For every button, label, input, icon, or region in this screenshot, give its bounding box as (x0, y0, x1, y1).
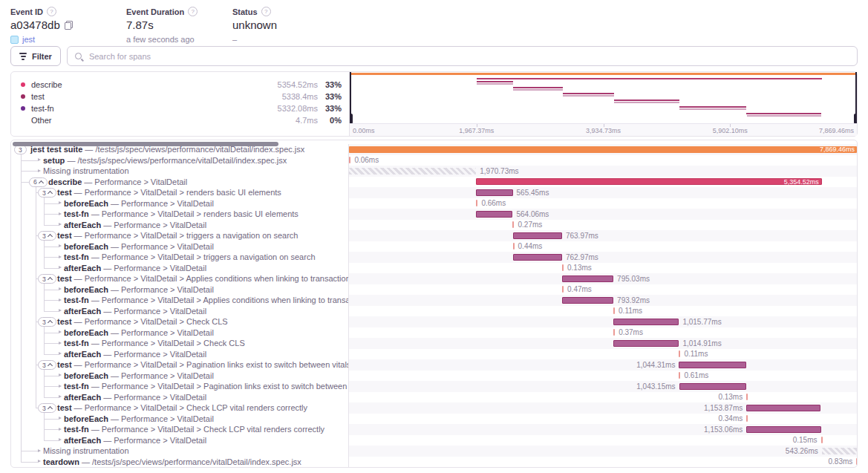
waterfall-row[interactable]: 0.47ms (349, 284, 857, 296)
tree-row[interactable]: afterEach — Performance > VitalDetail (11, 306, 349, 317)
expand-collapse-pill[interactable]: 3 (38, 231, 56, 241)
duration-tick[interactable] (679, 350, 680, 357)
jest-tag[interactable]: jest (22, 35, 35, 44)
waterfall-row[interactable]: 1,044.31ms (349, 359, 857, 371)
waterfall-row[interactable]: 1,153.87ms (349, 402, 857, 414)
minimap-left-handle-grip[interactable] (350, 114, 353, 124)
duration-tick[interactable] (679, 372, 680, 379)
waterfall-row[interactable]: 793.92ms (349, 295, 857, 306)
tree-row[interactable]: test-fn — Performance > VitalDetail > tr… (11, 252, 349, 263)
waterfall-row[interactable]: 565.45ms (349, 187, 857, 198)
tree-row[interactable]: 3test — Performance > VitalDetail > trig… (11, 230, 349, 241)
span-bar[interactable] (513, 254, 562, 261)
filter-button[interactable]: Filter (10, 46, 61, 66)
tree-row[interactable]: beforeEach — Performance > VitalDetail (11, 241, 349, 252)
expand-collapse-pill[interactable]: 3 (38, 317, 56, 327)
span-bar[interactable] (679, 362, 746, 368)
tree-row[interactable]: test-fn — Performance > VitalDetail > Ch… (11, 424, 349, 435)
waterfall-row[interactable]: 1,970.73ms (349, 166, 857, 177)
tree-row[interactable]: afterEach — Performance > VitalDetail (11, 349, 349, 360)
tree-row[interactable]: 3test — Performance > VitalDetail > Pagi… (11, 359, 349, 371)
waterfall-row[interactable]: 0.11ms (349, 306, 857, 317)
duration-tick[interactable] (562, 286, 564, 293)
waterfall-row[interactable]: 7,869.46ms (349, 144, 857, 155)
waterfall-row[interactable]: 0.61ms (349, 371, 857, 382)
legend-item[interactable]: Other 4.7ms 0% (21, 114, 342, 125)
tree-row[interactable]: test-fn — Performance > VitalDetail > Ch… (11, 338, 349, 349)
waterfall-row[interactable]: 0.37ms (349, 327, 857, 339)
copy-icon[interactable] (65, 21, 73, 30)
legend-item[interactable]: test 5338.4ms 33% (21, 91, 342, 102)
tree-row[interactable]: Missing instrumentation (11, 446, 349, 457)
help-icon[interactable]: ? (188, 7, 198, 16)
waterfall-row[interactable]: 763.97ms (349, 230, 857, 241)
tree-row[interactable]: test-fn — Performance > VitalDetail > Ap… (11, 295, 349, 306)
expand-collapse-pill[interactable]: 6 (29, 177, 48, 187)
minimap-right-handle-grip[interactable] (854, 114, 857, 124)
waterfall-row[interactable]: 795.03ms (349, 273, 857, 284)
expand-collapse-pill[interactable]: 3 (38, 360, 56, 370)
waterfall-row[interactable]: 1,014.91ms (349, 338, 857, 349)
span-bar[interactable] (562, 275, 613, 282)
tree-row[interactable]: test-fn — Performance > VitalDetail > Pa… (11, 381, 349, 392)
search-input[interactable] (88, 51, 849, 62)
transaction-bar[interactable]: 7,869.46ms (349, 146, 857, 153)
tree-row[interactable]: afterEach — Performance > VitalDetail (11, 435, 349, 446)
span-search-box[interactable] (67, 46, 858, 66)
span-bar[interactable] (746, 426, 820, 433)
waterfall-row[interactable]: 1,015.77ms (349, 316, 857, 327)
legend-item[interactable]: describe 5354.52ms 33% (21, 79, 342, 90)
waterfall-row[interactable]: 0.06ms (349, 155, 857, 166)
waterfall-row[interactable]: 0.13ms (349, 392, 857, 403)
waterfall-row[interactable]: 1,153.06ms (349, 424, 857, 435)
waterfall-row[interactable]: 0.13ms (349, 263, 857, 274)
help-icon[interactable]: ? (47, 7, 56, 16)
help-icon[interactable]: ? (261, 7, 271, 16)
duration-tick[interactable] (856, 458, 857, 465)
describe-bar[interactable]: 5,354.52ms (476, 178, 821, 185)
waterfall-row[interactable]: 0.44ms (349, 241, 857, 252)
duration-tick[interactable] (513, 243, 515, 249)
tree-row[interactable]: beforeEach — Performance > VitalDetail (11, 284, 349, 296)
legend-item[interactable]: test-fn 5332.08ms 33% (21, 102, 342, 114)
span-bar[interactable] (613, 340, 679, 347)
expand-collapse-pill[interactable]: 3 (38, 274, 56, 284)
waterfall-row[interactable]: 0.83ms (349, 457, 857, 468)
waterfall-row[interactable]: 0.11ms (349, 349, 857, 360)
tree-row[interactable]: 3test — Performance > VitalDetail > Appl… (11, 273, 349, 284)
span-bar[interactable] (476, 211, 512, 218)
waterfall-row[interactable]: 1,043.15ms (349, 381, 857, 392)
duration-tick[interactable] (746, 415, 748, 422)
tree-row[interactable]: 3test — Performance > VitalDetail > Chec… (11, 402, 349, 414)
tree-row[interactable]: test-fn — Performance > VitalDetail > re… (11, 209, 349, 220)
waterfall-row[interactable]: 543.26ms (349, 446, 857, 457)
tree-row[interactable]: beforeEach — Performance > VitalDetail (11, 327, 349, 339)
waterfall-row[interactable]: 0.66ms (349, 198, 857, 209)
duration-tick[interactable] (746, 394, 748, 400)
tree-row[interactable]: Missing instrumentation (11, 166, 349, 177)
tree-row[interactable]: afterEach — Performance > VitalDetail (11, 263, 349, 274)
tree-row[interactable]: 6describe — Performance > VitalDetail (11, 177, 349, 188)
duration-tick[interactable] (613, 307, 615, 314)
expand-collapse-pill[interactable]: 3 (38, 403, 56, 413)
expand-collapse-pill[interactable]: 3 (38, 188, 56, 198)
waterfall-row[interactable]: 762.97ms (349, 252, 857, 263)
duration-tick[interactable] (562, 264, 564, 271)
tree-row[interactable]: setup — /tests/js/spec/views/performance… (11, 155, 349, 166)
minimap-body[interactable] (350, 72, 857, 124)
missing-instrumentation-bar[interactable] (822, 448, 857, 454)
missing-instrumentation-bar[interactable] (349, 168, 476, 174)
duration-tick[interactable] (476, 200, 477, 206)
horizontal-scrollbar[interactable] (13, 142, 278, 146)
tree-row[interactable]: afterEach — Performance > VitalDetail (11, 392, 349, 403)
tree-row[interactable]: beforeEach — Performance > VitalDetail (11, 371, 349, 382)
waterfall-row[interactable]: 0.34ms (349, 414, 857, 425)
span-bar[interactable] (613, 319, 679, 325)
trace-minimap[interactable]: 0.00ms1,967.37ms3,934.73ms5,902.10ms7,86… (350, 72, 857, 136)
tree-row[interactable]: 3test — Performance > VitalDetail > rend… (11, 187, 349, 198)
span-bar[interactable] (476, 189, 512, 196)
duration-tick[interactable] (349, 157, 350, 163)
tree-row[interactable]: 3test — Performance > VitalDetail > Chec… (11, 316, 349, 327)
span-bar[interactable] (562, 297, 613, 304)
tree-row[interactable]: beforeEach — Performance > VitalDetail (11, 198, 349, 209)
